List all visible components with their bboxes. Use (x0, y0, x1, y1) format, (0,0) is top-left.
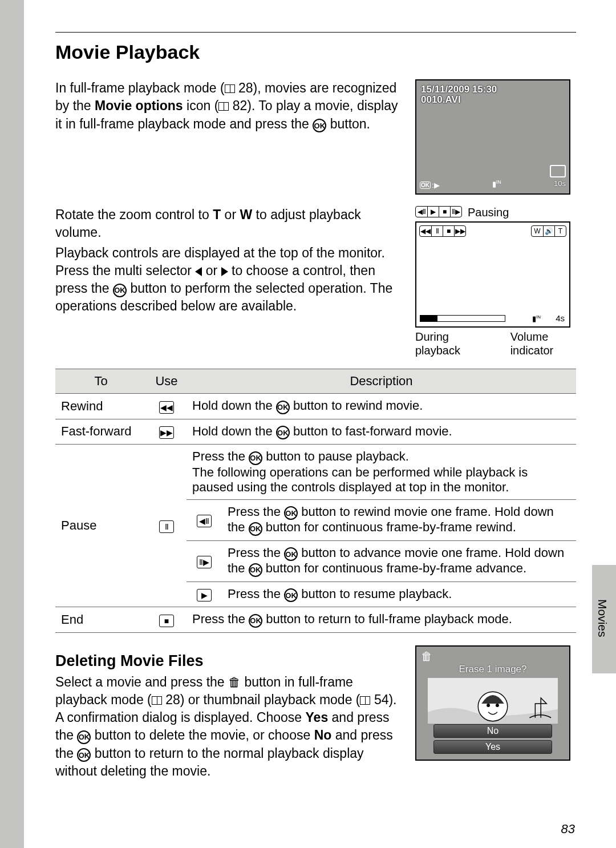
ok-button-icon: OK (284, 506, 298, 520)
ok-button-icon: OK (249, 522, 262, 536)
dialog-illustration (428, 678, 558, 724)
ok-button-icon: OK (77, 730, 91, 744)
left-arrow-icon (195, 267, 202, 276)
dialog-no-button[interactable]: No (433, 724, 552, 738)
progress-bar (420, 315, 505, 322)
lcd-preview-playback: 15/11/2009 15:30 0010.AVI OK:▶ ▮IN 10s (415, 79, 570, 195)
volume-indicator-label: Volume indicator (499, 330, 576, 357)
controls-table: To Use Description Rewind ◀◀ Hold down t… (55, 369, 576, 633)
section-tab-label: Movies (595, 599, 609, 637)
play-icon: ▶ (197, 589, 212, 601)
right-arrow-icon (221, 267, 228, 276)
controls-paragraph: Playback controls are displayed at the t… (55, 244, 404, 316)
ok-button-icon: OK (284, 588, 298, 602)
ok-button-icon: OK (276, 426, 290, 439)
svg-point-3 (496, 703, 499, 706)
dialog-title: Erase 1 image? (416, 664, 569, 675)
volume-button-group: W🔊T (531, 225, 566, 237)
rewind-icon: ◀◀ (159, 401, 174, 414)
ok-button-icon: OK (313, 119, 326, 132)
page-content: Movie Playback In full-frame playback mo… (55, 32, 576, 825)
trash-icon: 🗑 (421, 650, 432, 663)
stop-icon: ■ (159, 615, 174, 627)
intro-paragraph: In full-frame playback mode ( 28), movie… (55, 79, 404, 133)
frame-advance-icon: Ⅱ▶ (197, 556, 212, 568)
deleting-heading: Deleting Movie Files (55, 652, 404, 670)
pausing-label: Pausing (468, 206, 509, 219)
page-title: Movie Playback (55, 41, 576, 63)
ok-button-icon: OK (276, 401, 290, 414)
dialog-yes-button[interactable]: Yes (433, 740, 552, 754)
during-playback-label: During playback (415, 330, 492, 357)
ok-button-icon: OK (77, 748, 91, 762)
zoom-paragraph: Rotate the zoom control to T or W to adj… (55, 206, 404, 242)
page-number: 83 (561, 822, 575, 837)
ffwd-icon: ▶▶ (159, 426, 174, 439)
ok-button-icon: OK (284, 547, 298, 561)
page-ref-icon (152, 696, 162, 705)
ok-button-icon: OK (113, 284, 127, 297)
pause-icon: Ⅱ (159, 520, 174, 533)
playback-button-group: ◀◀Ⅱ■▶▶ (419, 225, 466, 237)
ok-button-icon: OK (249, 451, 262, 465)
trash-icon: 🗑 (228, 675, 241, 689)
erase-dialog: 🗑 Erase 1 image? No (415, 645, 570, 761)
left-margin-band (0, 0, 24, 848)
pausing-button-group: ◀Ⅱ▶■Ⅱ▶ (415, 206, 462, 217)
ok-button-icon: OK (249, 563, 262, 577)
page-ref-icon (360, 696, 370, 705)
deleting-paragraph: Select a movie and press the 🗑 button in… (55, 673, 404, 781)
page-ref-icon (225, 84, 235, 93)
svg-point-2 (487, 703, 490, 706)
frame-rewind-icon: ◀Ⅱ (197, 515, 212, 527)
lcd-preview-controls: ◀◀Ⅱ■▶▶ W🔊T ▮IN 4s (415, 221, 570, 328)
ok-button-icon: OK (249, 614, 262, 628)
page-ref-icon (218, 102, 229, 111)
